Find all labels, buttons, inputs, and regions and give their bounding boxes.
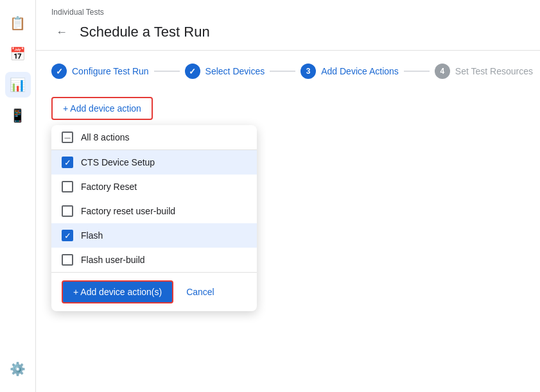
device-icon: 📱 [10,108,26,123]
checkbox-cts-device-setup: ✓ [62,157,73,168]
add-actions-label: + Add device action(s) [73,287,162,297]
step-1-label: Configure Test Run [72,66,149,76]
actions-dropdown: ─ All 8 actions ✓ CTS Device Setup Facto… [51,125,257,311]
check-icon-flash: ✓ [64,232,71,240]
step-4-circle: 4 [435,64,450,79]
checkbox-all: ─ [62,132,73,143]
back-arrow-icon: ← [56,26,67,39]
item-cts-label: CTS Device Setup [81,157,155,167]
sidebar-item-settings[interactable]: ⚙️ [5,356,31,382]
connector-3 [404,71,430,72]
check-icon-1: ✓ [56,67,63,76]
dropdown-item-all[interactable]: ─ All 8 actions [51,125,257,150]
item-factory-reset-user-build-label: Factory reset user-build [81,206,175,216]
reports-icon: 📋 [10,15,26,31]
sidebar: 📋 📅 📊 📱 ⚙️ [0,0,36,392]
content-area: + Add device action ─ All 8 actions ✓ CT… [36,92,540,392]
cancel-button[interactable]: Cancel [184,282,217,302]
step-3-circle: 3 [300,64,316,79]
connector-2 [270,71,295,72]
step-2-label: Select Devices [205,66,265,76]
page-title: Schedule a Test Run [80,24,210,40]
item-all-label: All 8 actions [81,132,129,142]
dropdown-item-factory-reset-user-build[interactable]: Factory reset user-build [51,199,257,223]
sidebar-item-analytics[interactable]: 📊 [5,72,31,98]
check-icon-cts: ✓ [64,158,71,167]
connector-1 [154,71,180,72]
stepper: ✓ Configure Test Run ✓ Select Devices 3 … [36,51,540,92]
dropdown-list: ─ All 8 actions ✓ CTS Device Setup Facto… [51,125,257,272]
step-3-number: 3 [306,67,311,76]
step-4-label: Set Test Resources [455,66,533,76]
step-configure: ✓ Configure Test Run [51,64,149,79]
add-device-action-button[interactable]: + Add device action [51,97,153,120]
checkbox-flash-user-build [62,254,73,266]
dropdown-item-flash-user-build[interactable]: Flash user-build [51,248,257,272]
dropdown-item-cts-device-setup[interactable]: ✓ CTS Device Setup [51,150,257,175]
step-add-device-actions: 3 Add Device Actions [300,64,399,79]
analytics-icon: 📊 [10,77,26,92]
step-select-devices: ✓ Select Devices [185,64,265,79]
cancel-label: Cancel [186,287,214,297]
breadcrumb: Individual Tests [36,0,540,19]
indeterminate-icon: ─ [64,133,70,142]
step-4-number: 4 [440,67,444,76]
item-factory-reset-label: Factory Reset [81,182,137,192]
calendar-icon: 📅 [10,46,26,62]
sidebar-item-reports[interactable]: 📋 [5,10,31,36]
dropdown-item-flash[interactable]: ✓ Flash [51,223,257,248]
step-3-label: Add Device Actions [321,66,399,76]
step-2-circle: ✓ [185,64,200,79]
add-action-label: + Add device action [63,103,141,114]
dropdown-item-factory-reset[interactable]: Factory Reset [51,175,257,199]
step-1-circle: ✓ [51,64,67,79]
settings-icon: ⚙️ [10,361,26,377]
sidebar-item-calendar[interactable]: 📅 [5,41,31,67]
back-button[interactable]: ← [51,22,72,42]
item-flash-user-build-label: Flash user-build [81,255,145,265]
checkbox-factory-reset [62,181,73,192]
sidebar-item-device[interactable]: 📱 [5,103,31,128]
step-set-test-resources: 4 Set Test Resources [435,64,533,79]
item-flash-label: Flash [81,230,103,241]
main-content: Individual Tests ← Schedule a Test Run ✓… [36,0,540,392]
page-header: ← Schedule a Test Run [36,19,540,51]
checkbox-factory-reset-user-build [62,205,73,217]
dropdown-footer: + Add device action(s) Cancel [51,272,257,311]
checkbox-flash: ✓ [62,230,73,241]
add-device-actions-button[interactable]: + Add device action(s) [62,280,173,303]
check-icon-2: ✓ [189,67,196,76]
